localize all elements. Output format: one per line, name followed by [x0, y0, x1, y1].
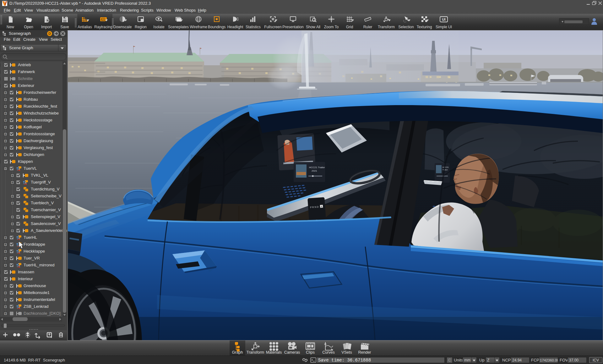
svg-text:D: D — [48, 32, 51, 35]
svg-text:GPU: GPU — [101, 19, 105, 20]
svg-text:UI: UI — [442, 18, 446, 21]
svg-text:Trailer: Trailer — [443, 169, 448, 171]
svg-text:2021: 2021 — [312, 169, 317, 172]
svg-text:HCC21: HCC21 — [443, 166, 449, 168]
svg-text:HCC21 Trailer: HCC21 Trailer — [309, 166, 325, 169]
